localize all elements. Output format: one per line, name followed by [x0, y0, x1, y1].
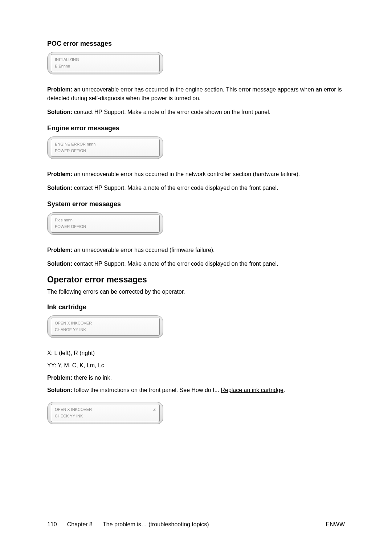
problem-label: Problem: [47, 171, 72, 177]
lcd-inner: OPEN X INKCOVER Z CHECK YY INK [51, 404, 160, 422]
problem-text: there is no ink. [72, 375, 112, 381]
solution-label: Solution: [47, 109, 72, 115]
lcd-line-2: E:Ennnn [55, 63, 156, 70]
operator-intro: The following errors can be corrected by… [47, 287, 345, 296]
problem-text: an unrecoverable error has occurred in t… [72, 171, 300, 177]
lcd-line-2: CHECK YY INK [55, 413, 156, 420]
poc-solution-para: Solution: contact HP Support. Make a not… [47, 108, 345, 117]
lcd-line-1: OPEN X INKCOVER [55, 320, 156, 327]
heading-poc: POC error messages [47, 40, 345, 48]
system-solution-para: Solution: contact HP Support. Make a not… [47, 260, 345, 268]
solution-label: Solution: [47, 185, 72, 191]
lcd-ink-change: OPEN X INKCOVER CHANGE YY INK [47, 315, 163, 338]
lcd-line-1: ENGINE ERROR nnnn [55, 141, 156, 148]
chapter-title: The problem is… (troubleshooting topics) [103, 521, 209, 528]
system-problem-para: Problem: an unrecoverable error has occu… [47, 246, 345, 254]
heading-system: System error messages [47, 200, 345, 208]
lcd-inner: F:es nnnn POWER OFF/ON [51, 215, 160, 233]
problem-label: Problem: [47, 86, 72, 93]
problem-text: an unrecoverable error has occurred (fir… [72, 247, 215, 253]
solution-label: Solution: [47, 261, 72, 267]
page-footer: 110 Chapter 8 The problem is… (troublesh… [47, 521, 345, 528]
heading-ink: Ink cartridge [47, 303, 345, 311]
page-number: 110 [47, 521, 57, 528]
lcd-line-2: POWER OFF/ON [55, 148, 156, 154]
page-content: POC error messages INITIALIZING E:Ennnn … [0, 0, 392, 424]
lcd-inner: ENGINE ERROR nnnn POWER OFF/ON [51, 139, 160, 157]
lcd-line-2: POWER OFF/ON [55, 224, 156, 230]
solution-label: Solution: [47, 387, 72, 393]
lcd-engine: ENGINE ERROR nnnn POWER OFF/ON [47, 136, 163, 159]
lcd-poc: INITIALIZING E:Ennnn [47, 52, 163, 74]
ink-problem-para: Problem: there is no ink. [47, 374, 345, 382]
ink-yy-label: YY: Y, M, C, K, Lm, Lc [47, 361, 345, 370]
solution-text: contact HP Support. Make a note of the e… [72, 109, 270, 115]
footer-right: ENWW [326, 521, 345, 528]
solution-text: contact HP Support. Make a note of the e… [72, 185, 278, 191]
lcd-inner: OPEN X INKCOVER CHANGE YY INK [51, 318, 160, 336]
chapter-label: Chapter 8 [67, 521, 93, 528]
lcd-line-1: INITIALIZING [55, 57, 156, 63]
ink-solution-para: Solution: follow the instructions on the… [47, 386, 345, 395]
ink-x-label: X: L (left), R (right) [47, 349, 345, 358]
lcd-line-1: OPEN X INKCOVER Z [55, 407, 156, 413]
engine-solution-para: Solution: contact HP Support. Make a not… [47, 184, 345, 192]
poc-problem-para: Problem: an unrecoverable error has occu… [47, 85, 345, 103]
lcd-line-1: F:es nnnn [55, 217, 156, 224]
solution-text: contact HP Support. Make a note of the e… [72, 261, 278, 267]
problem-label: Problem: [47, 375, 72, 381]
heading-engine: Engine error messages [47, 125, 345, 132]
replace-ink-cartridge-link[interactable]: Replace an ink cartridge [221, 387, 283, 393]
problem-label: Problem: [47, 247, 72, 253]
lcd-system: F:es nnnn POWER OFF/ON [47, 212, 163, 235]
lcd-line-2: CHANGE YY INK [55, 327, 156, 333]
lcd-inner: INITIALIZING E:Ennnn [51, 54, 160, 72]
problem-text: an unrecoverable error has occurred in t… [47, 86, 342, 101]
lcd-ink-check: OPEN X INKCOVER Z CHECK YY INK [47, 402, 163, 424]
engine-problem-para: Problem: an unrecoverable error has occu… [47, 170, 345, 179]
solution-text-after: . [283, 387, 285, 393]
heading-operator: Operator error messages [47, 275, 345, 285]
footer-left: 110 Chapter 8 The problem is… (troublesh… [47, 521, 209, 528]
solution-text-before: follow the instructions on the front pan… [72, 387, 221, 393]
